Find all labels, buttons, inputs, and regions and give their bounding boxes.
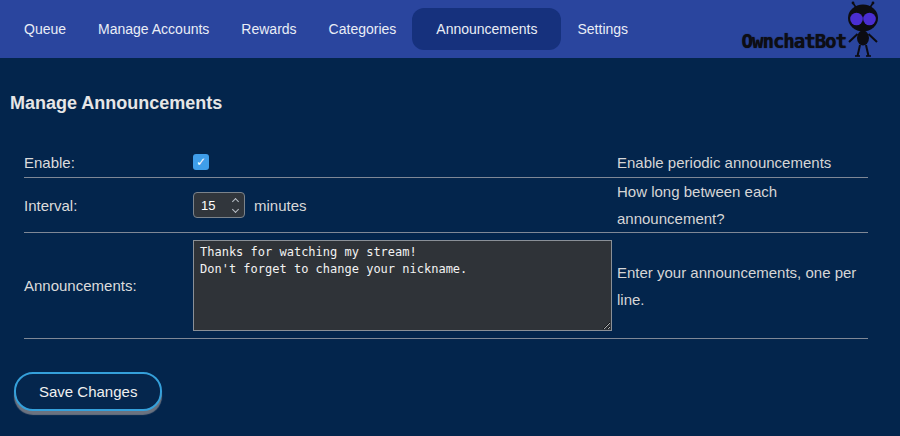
interval-stepper[interactable] bbox=[232, 197, 239, 214]
announcements-textarea[interactable]: Thanks for watching my stream! Don't for… bbox=[193, 240, 612, 331]
brand-logo: OwnchatBot bbox=[742, 0, 886, 58]
nav-item-queue[interactable]: Queue bbox=[8, 8, 82, 50]
check-icon: ✓ bbox=[196, 156, 206, 168]
form-row-interval: Interval: 15 minutes How long between ea… bbox=[24, 178, 868, 233]
chevron-up-icon[interactable] bbox=[232, 197, 239, 204]
form-row-enable: Enable: ✓ Enable periodic announcements bbox=[24, 147, 868, 178]
chevron-down-icon[interactable] bbox=[232, 205, 239, 212]
announcements-help-text: Enter your announcements, one per line. bbox=[617, 259, 868, 313]
enable-checkbox[interactable]: ✓ bbox=[193, 154, 209, 170]
announcements-label: Announcements: bbox=[24, 277, 193, 294]
nav-item-announcements[interactable]: Announcements bbox=[412, 8, 561, 50]
top-navbar: Queue Manage Accounts Rewards Categories… bbox=[0, 0, 900, 58]
interval-value: 15 bbox=[201, 198, 215, 213]
interval-unit-label: minutes bbox=[254, 197, 307, 214]
form-row-announcements: Announcements: Thanks for watching my st… bbox=[24, 233, 868, 339]
robot-mascot-icon bbox=[838, 1, 886, 57]
nav-item-manage-accounts[interactable]: Manage Accounts bbox=[82, 8, 225, 50]
enable-label: Enable: bbox=[24, 154, 193, 171]
announcements-form: Enable: ✓ Enable periodic announcements … bbox=[24, 147, 868, 339]
enable-help-text: Enable periodic announcements bbox=[617, 149, 868, 176]
interval-help-text: How long between each announcement? bbox=[617, 178, 868, 232]
interval-input[interactable]: 15 bbox=[193, 192, 245, 218]
interval-label: Interval: bbox=[24, 197, 193, 214]
nav-item-settings[interactable]: Settings bbox=[561, 8, 644, 50]
page-title: Manage Announcements bbox=[10, 93, 900, 114]
brand-name: OwnchatBot bbox=[742, 30, 846, 52]
save-changes-button[interactable]: Save Changes bbox=[14, 372, 162, 411]
nav-item-rewards[interactable]: Rewards bbox=[225, 8, 312, 50]
nav-item-categories[interactable]: Categories bbox=[313, 8, 413, 50]
